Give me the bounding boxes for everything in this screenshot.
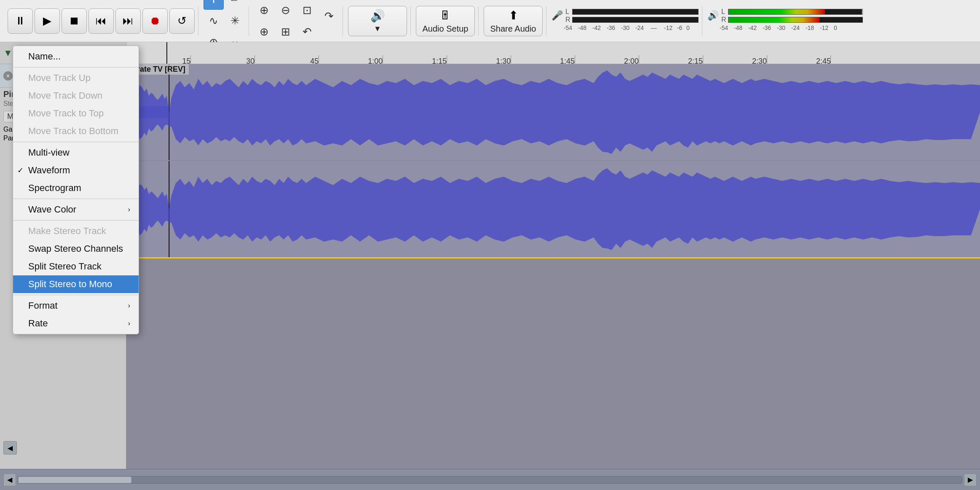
share-audio-label: Share Audio bbox=[490, 24, 536, 34]
menu-item-format[interactable]: Format› bbox=[13, 297, 139, 315]
record-button[interactable]: ⏺ bbox=[142, 8, 168, 34]
volume-group: 🔊 ▼ bbox=[345, 6, 411, 36]
fit-project-button[interactable]: ⊡ bbox=[297, 0, 317, 20]
track-scroll-section: ◀ bbox=[0, 439, 126, 456]
menu-label-move-bottom: Move Track to Bottom bbox=[28, 126, 118, 137]
redo-button[interactable]: ↷ bbox=[319, 6, 339, 27]
menu-separator bbox=[13, 295, 139, 295]
waveform-upper-channel[interactable] bbox=[126, 64, 980, 160]
menu-item-move-bottom: Move Track to Bottom bbox=[13, 122, 139, 140]
menu-item-move-down: Move Track Down bbox=[13, 87, 139, 105]
audio-setup-button[interactable]: 🎚 Audio Setup bbox=[416, 6, 475, 36]
menu-label-move-up: Move Track Up bbox=[28, 73, 91, 83]
select-tool-button[interactable]: I bbox=[203, 0, 224, 10]
menu-item-multi-view[interactable]: Multi-view bbox=[13, 144, 139, 162]
timeline-ruler[interactable]: ▼ 01530451:001:151:301:452:002:152:302:4… bbox=[0, 42, 980, 64]
vu-record-r-label: R bbox=[565, 16, 571, 24]
menu-label-rate: Rate bbox=[28, 318, 48, 329]
vu-play-l-label: L bbox=[721, 8, 727, 16]
zoom-toggle-button[interactable]: ⊞ bbox=[276, 22, 296, 42]
ruler-mark: 1:30 bbox=[511, 55, 511, 64]
undo-button[interactable]: ↶ bbox=[297, 22, 317, 42]
menu-label-multi-view: Multi-view bbox=[28, 147, 70, 158]
ruler-mark: 2:15 bbox=[703, 55, 703, 64]
zoom-out-button[interactable]: ⊖ bbox=[276, 0, 296, 20]
scrollbar-thumb[interactable] bbox=[18, 477, 131, 483]
audio-setup-label: Audio Setup bbox=[423, 24, 469, 34]
record-vu-group: 🎤 L R -54 -48 -42 -36 -30 -24 — -12 -6 bbox=[548, 6, 702, 36]
playback-vu-group: 🔊 L R -54 -48 -42 bbox=[704, 6, 866, 36]
menu-label-split-stereo: Split Stereo Track bbox=[28, 261, 102, 272]
zoom-in-button[interactable]: ⊕ bbox=[254, 0, 274, 20]
menu-label-name: Name... bbox=[28, 51, 61, 62]
menu-label-waveform: Waveform bbox=[28, 165, 70, 176]
skip-fwd-button[interactable]: ⏭ bbox=[115, 8, 141, 34]
menu-label-move-down: Move Track Down bbox=[28, 90, 102, 101]
playback-speaker-icon: 🔊 bbox=[707, 10, 719, 21]
tools-group: I ✏ ∿ ✳ ⊕ ↔ bbox=[200, 6, 249, 36]
vu-play-r-label: R bbox=[721, 16, 727, 24]
zoom-group: ⊕ ⊖ ⊡ ⊕ ⊞ ↶ ↷ bbox=[251, 6, 343, 36]
menu-label-make-stereo: Make Stereo Track bbox=[28, 226, 106, 237]
track-area: × Pirate TV [RE ▼ Pirate TV [REV] Stereo… bbox=[0, 64, 980, 490]
stop-button[interactable]: ⏹ bbox=[62, 8, 87, 34]
menu-separator bbox=[13, 220, 139, 221]
scroll-left-button[interactable]: ◀ bbox=[3, 441, 17, 455]
context-menu: Name...Move Track UpMove Track DownMove … bbox=[13, 46, 139, 334]
menu-item-swap-stereo[interactable]: Swap Stereo Channels bbox=[13, 240, 139, 258]
ruler-mark: 1:00 bbox=[383, 55, 383, 64]
menu-label-split-mono: Split Stereo to Mono bbox=[28, 279, 112, 290]
ruler-timeline[interactable]: 01530451:001:151:301:452:002:152:302:45 bbox=[126, 42, 980, 64]
waveform-svg-upper bbox=[126, 64, 980, 160]
menu-separator bbox=[13, 142, 139, 142]
horizontal-scrollbar: ◀ ▶ bbox=[0, 469, 980, 490]
waveform-area[interactable]: Pirate TV [REV] bbox=[126, 64, 980, 490]
multi-tool-button[interactable]: ✳ bbox=[225, 11, 245, 31]
ruler-mark: 2:30 bbox=[767, 55, 767, 64]
playhead bbox=[166, 42, 167, 64]
submenu-arrow-format: › bbox=[128, 302, 130, 310]
menu-separator bbox=[13, 199, 139, 199]
vu-play-l-bar bbox=[728, 9, 863, 15]
scrollbar-track[interactable] bbox=[18, 476, 962, 484]
play-button[interactable]: ▶ bbox=[35, 8, 60, 34]
main-toolbar: ⏸ ▶ ⏹ ⏮ ⏭ ⏺ ↺ I ✏ ∿ ✳ ⊕ ↔ ⊕ ⊖ ⊡ ⊕ ⊞ ↶ ↷ bbox=[0, 0, 980, 42]
menu-separator bbox=[13, 67, 139, 67]
vu-record-l-bar bbox=[572, 9, 699, 15]
menu-label-format: Format bbox=[28, 300, 58, 311]
scroll-right-btn[interactable]: ▶ bbox=[964, 474, 977, 486]
ruler-mark: 1:15 bbox=[447, 55, 447, 64]
menu-label-wave-color: Wave Color bbox=[28, 204, 76, 215]
waveform-svg-lower bbox=[126, 161, 980, 257]
skip-back-button[interactable]: ⏮ bbox=[88, 8, 114, 34]
menu-item-name[interactable]: Name... bbox=[13, 48, 139, 65]
track-close-button[interactable]: × bbox=[3, 71, 13, 81]
ruler-mark: 30 bbox=[254, 55, 255, 64]
ruler-mark: 45 bbox=[319, 55, 319, 64]
envelope-tool-button[interactable]: ∿ bbox=[203, 11, 224, 31]
transport-group: ⏸ ▶ ⏹ ⏮ ⏭ ⏺ ↺ bbox=[4, 6, 198, 36]
menu-item-rate[interactable]: Rate› bbox=[13, 315, 139, 332]
ruler-mark: 1:45 bbox=[575, 55, 575, 64]
scroll-left-btn[interactable]: ◀ bbox=[3, 474, 16, 486]
audio-setup-icon: 🎚 bbox=[439, 8, 451, 22]
vu-play-r-bar bbox=[728, 17, 863, 23]
vu-record-r-bar bbox=[572, 17, 699, 23]
empty-track-area[interactable] bbox=[126, 258, 980, 292]
menu-item-waveform[interactable]: Waveform bbox=[13, 162, 139, 179]
ruler-mark: 2:45 bbox=[830, 55, 831, 64]
menu-item-split-mono[interactable]: Split Stereo to Mono bbox=[13, 275, 139, 293]
menu-item-spectrogram[interactable]: Spectrogram bbox=[13, 179, 139, 197]
menu-item-split-stereo[interactable]: Split Stereo Track bbox=[13, 258, 139, 275]
waveform-lower-channel[interactable] bbox=[126, 161, 980, 257]
loop-button[interactable]: ↺ bbox=[169, 8, 195, 34]
submenu-arrow-wave-color: › bbox=[128, 206, 130, 213]
draw-tool-button[interactable]: ✏ bbox=[225, 0, 245, 10]
zoom-sel-button[interactable]: ⊕ bbox=[254, 22, 274, 42]
pause-button[interactable]: ⏸ bbox=[8, 8, 33, 34]
volume-button[interactable]: 🔊 ▼ bbox=[348, 6, 407, 36]
menu-item-wave-color[interactable]: Wave Color› bbox=[13, 201, 139, 218]
vu-record-l-label: L bbox=[565, 8, 571, 16]
share-audio-button[interactable]: ⬆ Share Audio bbox=[484, 6, 543, 36]
ruler-marks: 01530451:001:151:301:452:002:152:302:45 bbox=[126, 42, 980, 64]
